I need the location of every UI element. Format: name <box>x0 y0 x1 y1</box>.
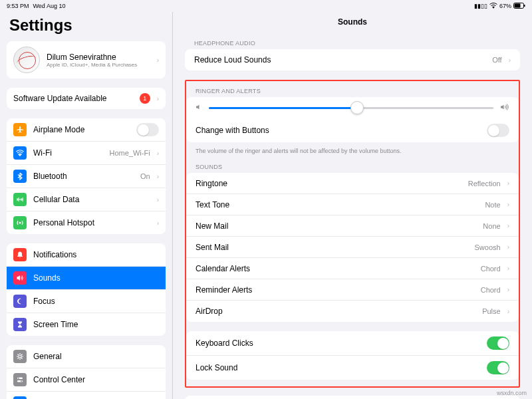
airplane-icon <box>13 123 27 136</box>
chevron-right-icon: › <box>507 286 509 293</box>
calendar-alerts-row[interactable]: Calendar AlertsChord› <box>186 258 519 279</box>
sidebar-item-display-&-brightness[interactable]: AADisplay & Brightness <box>7 392 166 399</box>
lock-sound-row[interactable]: Lock Sound <box>186 356 519 380</box>
sidebar-item-focus[interactable]: Focus <box>7 290 166 313</box>
status-time: 9:53 PM <box>7 3 29 9</box>
battery-pct: 67% <box>499 3 511 9</box>
chevron-right-icon: › <box>507 201 509 208</box>
sidebar-item-airplane-mode[interactable]: Airplane Mode <box>7 118 166 142</box>
cellular-icon <box>13 193 27 206</box>
text-icon: AA <box>13 396 27 399</box>
toggle[interactable] <box>487 336 509 350</box>
wifi-icon <box>13 146 27 160</box>
change-with-buttons-row[interactable]: Change with Buttons <box>186 118 519 142</box>
sidebar-item-label: General <box>33 352 159 361</box>
sidebar-item-cellular-data[interactable]: Cellular Data› <box>7 188 166 211</box>
status-bar: 9:53 PM Wed Aug 10 ▮▮▯▯ 67% <box>0 0 532 12</box>
svg-rect-3 <box>524 5 525 7</box>
reminder-alerts-row[interactable]: Reminder AlertsChord› <box>186 279 519 301</box>
profile-card[interactable]: Dilum Senevirathne Apple ID, iCloud+, Me… <box>7 41 166 78</box>
svg-point-10 <box>18 378 19 379</box>
sidebar-item-label: Screen Time <box>33 320 159 329</box>
avatar <box>13 47 40 73</box>
sidebar-item-personal-hotspot[interactable]: Personal Hotspot› <box>7 211 166 234</box>
chevron-right-icon: › <box>157 95 159 102</box>
chevron-right-icon: › <box>509 57 511 64</box>
page-title: Sounds <box>173 12 532 37</box>
battery-icon <box>513 3 525 10</box>
chevron-right-icon: › <box>157 173 159 180</box>
svg-point-0 <box>493 7 494 8</box>
fixed-position-row[interactable]: Fixed Position Volume Controls <box>185 396 520 399</box>
svg-point-6 <box>19 222 21 224</box>
bell-icon <box>13 248 27 261</box>
text-tone-row[interactable]: Text ToneNote› <box>186 194 519 215</box>
slider-thumb[interactable] <box>350 101 364 114</box>
chevron-right-icon: › <box>507 308 509 315</box>
profile-sub: Apple ID, iCloud+, Media & Purchases <box>47 62 150 68</box>
sounds-header: SOUNDS <box>186 161 519 173</box>
connectivity-group: Airplane ModeWi-FiHome_Wi-Fi›BluetoothOn… <box>7 118 166 234</box>
speaker-icon <box>13 271 27 285</box>
sidebar-item-label: Personal Hotspot <box>33 218 150 227</box>
volume-slider[interactable] <box>209 107 493 109</box>
sidebar-item-sounds[interactable]: Sounds <box>7 267 166 290</box>
chevron-right-icon: › <box>507 180 509 187</box>
status-date: Wed Aug 10 <box>33 3 66 9</box>
bluetooth-icon <box>13 170 27 183</box>
software-update-row[interactable]: Software Update Available 1 › <box>7 88 166 109</box>
change-buttons-toggle[interactable] <box>487 124 509 137</box>
volume-high-icon <box>500 104 509 112</box>
keyboard-clicks-row[interactable]: Keyboard Clicks <box>186 331 519 356</box>
chevron-right-icon: › <box>507 243 509 251</box>
update-badge: 1 <box>140 93 150 104</box>
toggle[interactable] <box>487 361 509 374</box>
svg-rect-2 <box>515 3 521 7</box>
sidebar-item-notifications[interactable]: Notifications <box>7 243 166 267</box>
sidebar-item-general[interactable]: General <box>7 345 166 368</box>
highlight-annotation: RINGER AND ALERTS Chang <box>185 80 520 388</box>
sidebar-item-label: Airplane Mode <box>33 125 130 134</box>
sidebar-item-label: Wi-Fi <box>33 148 103 158</box>
sidebar: Settings Dilum Senevirathne Apple ID, iC… <box>0 12 173 399</box>
reduce-loud-sounds-row[interactable]: Reduce Loud Sounds Off › <box>185 49 520 70</box>
svg-point-11 <box>21 380 22 382</box>
chevron-right-icon: › <box>157 219 159 227</box>
new-mail-row[interactable]: New MailNone› <box>186 215 519 237</box>
volume-low-icon <box>196 104 202 112</box>
airdrop-row[interactable]: AirDropPulse› <box>186 301 519 322</box>
chevron-right-icon: › <box>507 222 509 229</box>
sidebar-item-screen-time[interactable]: Screen Time <box>7 313 166 336</box>
wifi-icon <box>489 3 497 10</box>
chevron-right-icon: › <box>507 265 509 272</box>
watermark: wsxdn.com <box>497 390 527 396</box>
moon-icon <box>13 295 27 308</box>
hotspot-icon <box>13 216 27 229</box>
profile-name: Dilum Senevirathne <box>47 53 150 62</box>
chevron-right-icon: › <box>157 196 159 203</box>
ringer-footer: The volume of the ringer and alerts will… <box>186 145 519 161</box>
sidebar-item-control-center[interactable]: Control Center <box>7 368 166 392</box>
main-panel: Sounds HEADPHONE AUDIO Reduce Loud Sound… <box>173 12 532 399</box>
svg-point-5 <box>19 199 21 200</box>
svg-point-4 <box>19 155 21 156</box>
sidebar-item-label: Control Center <box>33 375 159 384</box>
update-group: Software Update Available 1 › <box>7 88 166 109</box>
hourglass-icon <box>13 318 27 331</box>
chevron-right-icon: › <box>157 57 159 64</box>
signal-icon: ▮▮▯▯ <box>474 3 487 9</box>
sidebar-item-label: Sounds <box>33 273 159 283</box>
sidebar-item-label: Bluetooth <box>33 172 134 181</box>
sidebar-item-bluetooth[interactable]: BluetoothOn› <box>7 165 166 188</box>
sidebar-item-wi-fi[interactable]: Wi-FiHome_Wi-Fi› <box>7 142 166 165</box>
sent-mail-row[interactable]: Sent MailSwoosh› <box>186 237 519 258</box>
toggle[interactable] <box>136 123 159 136</box>
ringer-header: RINGER AND ALERTS <box>186 85 519 97</box>
chevron-right-icon: › <box>157 150 159 157</box>
sidebar-item-label: Notifications <box>33 250 159 259</box>
ringtone-row[interactable]: RingtoneReflection› <box>186 173 519 194</box>
volume-slider-row[interactable] <box>186 97 519 118</box>
sidebar-item-label: Focus <box>33 297 159 306</box>
focus-group: NotificationsSoundsFocusScreen Time <box>7 243 166 336</box>
sidebar-item-label: Cellular Data <box>33 195 150 204</box>
